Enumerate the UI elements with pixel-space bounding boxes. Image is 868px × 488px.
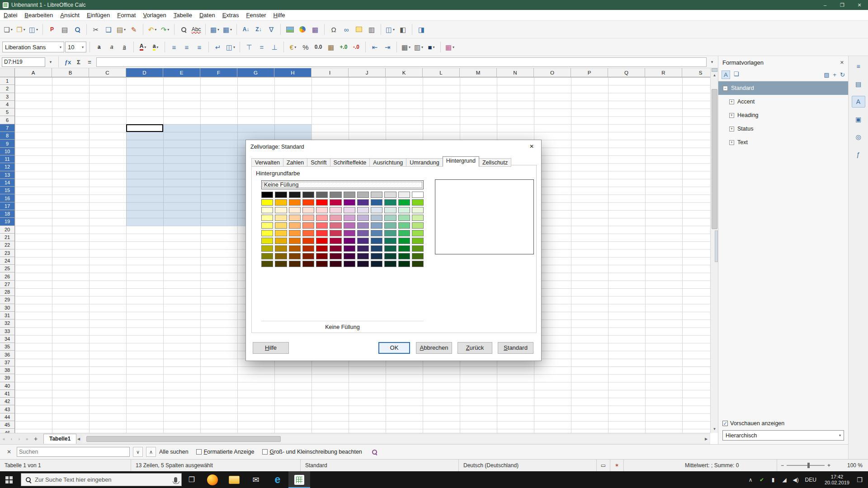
color-swatch-r3c3[interactable]: [289, 207, 301, 213]
row-header-38[interactable]: 38: [0, 366, 14, 374]
zoom-out-button[interactable]: −: [781, 462, 784, 469]
color-swatch-r6c3[interactable]: [289, 230, 301, 236]
column-header-m[interactable]: M: [460, 68, 497, 77]
color-swatch-r2c1[interactable]: [261, 199, 273, 206]
new-document-button[interactable]: ❏▾: [2, 23, 14, 36]
color-swatch-r6c7[interactable]: [344, 230, 355, 236]
color-swatch-r3c9[interactable]: [371, 207, 382, 213]
tab-zahlen[interactable]: Zahlen: [283, 158, 307, 167]
column-header-c[interactable]: C: [89, 68, 126, 77]
style-item-heading[interactable]: +Heading: [718, 108, 848, 122]
save-button[interactable]: ◫▾: [28, 23, 39, 36]
expander-icon[interactable]: +: [729, 127, 734, 131]
selection-mode-icon[interactable]: ▭: [597, 460, 610, 471]
insert-formula-button[interactable]: =: [84, 57, 95, 67]
color-swatch-r6c9[interactable]: [371, 230, 382, 236]
row-header-19[interactable]: 19: [0, 218, 14, 225]
row-header-18[interactable]: 18: [0, 210, 14, 218]
row-header-43[interactable]: 43: [0, 405, 14, 413]
color-swatch-r6c10[interactable]: [384, 230, 396, 236]
security-status-icon[interactable]: ✔: [756, 477, 768, 483]
split-window-button[interactable]: ◧: [397, 23, 409, 36]
border-style-button[interactable]: ▥▾: [413, 41, 425, 53]
edge-taskbar-button[interactable]: e: [267, 471, 288, 488]
color-swatch-r7c3[interactable]: [289, 238, 301, 244]
color-swatch-r5c11[interactable]: [398, 222, 410, 229]
row-header-22[interactable]: 22: [0, 241, 14, 249]
color-swatch-r2c2[interactable]: [275, 199, 287, 206]
color-swatch-r7c10[interactable]: [384, 238, 396, 244]
column-header-l[interactable]: L: [423, 68, 460, 77]
help-button[interactable]: Hilfe: [253, 342, 289, 354]
border-color-button[interactable]: ■▾: [425, 41, 437, 53]
color-swatch-r4c2[interactable]: [275, 215, 287, 221]
back-button[interactable]: Zurück: [458, 342, 492, 354]
row-header-9[interactable]: 9: [0, 140, 14, 147]
menu-extras[interactable]: Extras: [219, 10, 243, 20]
row-header-16[interactable]: 16: [0, 194, 14, 202]
new-style-from-selection-button[interactable]: +: [833, 71, 837, 78]
color-swatch-r3c4[interactable]: [302, 207, 314, 213]
color-swatch-r9c9[interactable]: [371, 253, 382, 259]
row-header-31[interactable]: 31: [0, 312, 14, 319]
color-swatch-r7c1[interactable]: [261, 238, 273, 244]
color-swatch-r1c2[interactable]: [275, 192, 287, 198]
row-header-39[interactable]: 39: [0, 374, 14, 382]
task-view-button[interactable]: ❐: [182, 471, 202, 488]
sidebar-settings-button[interactable]: ≡: [852, 61, 865, 72]
color-swatch-r10c6[interactable]: [330, 261, 341, 267]
row-header-15[interactable]: 15: [0, 187, 14, 194]
color-swatch-r7c9[interactable]: [371, 238, 382, 244]
row-header-28[interactable]: 28: [0, 288, 14, 296]
color-swatch-r8c12[interactable]: [412, 245, 424, 252]
dialog-close-button[interactable]: ✕: [522, 140, 541, 153]
row-header-40[interactable]: 40: [0, 382, 14, 390]
formula-input[interactable]: [96, 57, 707, 67]
color-swatch-r8c9[interactable]: [371, 245, 382, 252]
scroll-right-icon[interactable]: ▶: [703, 436, 709, 442]
delete-decimal-place-button[interactable]: -.0: [350, 41, 362, 53]
italic-button[interactable]: a: [106, 41, 118, 53]
color-swatch-r3c5[interactable]: [316, 207, 328, 213]
row-header-10[interactable]: 10: [0, 148, 14, 155]
color-swatch-r5c2[interactable]: [275, 222, 287, 229]
color-swatch-r10c12[interactable]: [412, 261, 424, 267]
color-swatch-r4c12[interactable]: [412, 215, 424, 221]
increase-indent-button[interactable]: ⇥: [382, 41, 393, 53]
color-swatch-r4c3[interactable]: [289, 215, 301, 221]
battery-icon[interactable]: ▮: [768, 477, 779, 483]
row-header-41[interactable]: 41: [0, 390, 14, 398]
tab-hintergrund[interactable]: Hintergrund: [443, 156, 479, 167]
color-swatch-r6c8[interactable]: [357, 230, 369, 236]
color-swatch-r6c6[interactable]: [330, 230, 341, 236]
borders-button[interactable]: ▦▾: [400, 41, 412, 53]
color-swatch-r5c12[interactable]: [412, 222, 424, 229]
search-input[interactable]: [17, 447, 130, 457]
insert-rows-button[interactable]: ▦▾: [209, 23, 221, 36]
standard-button[interactable]: Standard: [498, 342, 533, 354]
color-swatch-r1c6[interactable]: [330, 192, 341, 198]
mail-taskbar-button[interactable]: ✉: [245, 471, 267, 488]
color-swatch-r8c7[interactable]: [344, 245, 355, 252]
tab-ausrichtung[interactable]: Ausrichtung: [369, 158, 406, 167]
column-header-o[interactable]: O: [534, 68, 571, 77]
row-header-27[interactable]: 27: [0, 281, 14, 288]
color-swatch-r10c7[interactable]: [344, 261, 355, 267]
color-swatch-r9c7[interactable]: [344, 253, 355, 259]
color-swatch-r7c6[interactable]: [330, 238, 341, 244]
color-swatch-r10c4[interactable]: [302, 261, 314, 267]
row-header-44[interactable]: 44: [0, 413, 14, 421]
headers-and-footers-button[interactable]: ▥: [366, 23, 377, 36]
styles-deck-button[interactable]: A: [852, 96, 865, 108]
color-swatch-r2c5[interactable]: [316, 199, 328, 206]
style-item-standard[interactable]: −Standard: [718, 81, 848, 95]
row-header-36[interactable]: 36: [0, 351, 14, 358]
insert-hyperlink-button[interactable]: ∞: [340, 23, 352, 36]
expander-icon[interactable]: +: [729, 99, 734, 104]
color-swatch-r8c6[interactable]: [330, 245, 341, 252]
decrease-indent-button[interactable]: ⇤: [369, 41, 381, 53]
color-swatch-r3c2[interactable]: [275, 207, 287, 213]
row-header-35[interactable]: 35: [0, 343, 14, 351]
color-swatch-r3c8[interactable]: [357, 207, 369, 213]
clone-formatting-button[interactable]: ✎: [128, 23, 140, 36]
